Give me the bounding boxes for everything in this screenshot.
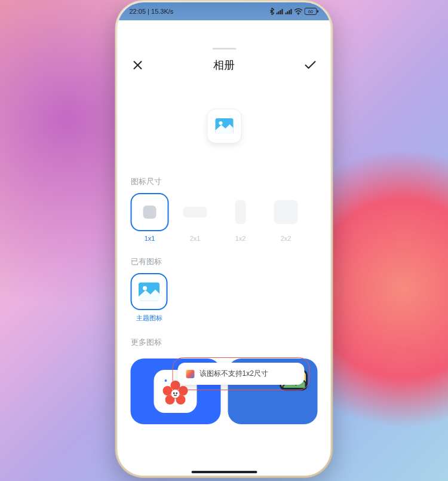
svg-rect-2 [280, 10, 281, 14]
svg-point-25 [165, 379, 167, 382]
svg-text:60: 60 [308, 10, 313, 14]
page-title: 相册 [213, 58, 235, 72]
size-option-1x2[interactable]: 1x2 [222, 193, 260, 242]
screen: 22:05 | 15.3K/s 60 相册 [118, 2, 331, 476]
svg-rect-10 [317, 10, 318, 13]
svg-rect-6 [289, 10, 290, 14]
signal-icon [277, 8, 284, 14]
svg-point-21 [163, 386, 173, 396]
battery-icon: 60 [305, 8, 319, 15]
size-option-1x1[interactable]: 1x1 [131, 193, 169, 242]
svg-point-24 [176, 393, 178, 394]
svg-point-13 [219, 121, 222, 125]
close-button[interactable] [131, 58, 145, 72]
more-icons [131, 359, 318, 424]
svg-rect-4 [286, 13, 287, 14]
flower-icon [160, 376, 191, 407]
close-icon [133, 60, 143, 71]
size-options: 1x1 2x1 1x2 2x2 [131, 193, 318, 242]
preview-tile [207, 109, 241, 143]
gallery-icon [137, 279, 162, 304]
existing-label: 已有图标 [131, 256, 318, 267]
status-time: 22:05 | 15.3K/s [130, 8, 174, 15]
more-label: 更多图标 [131, 337, 318, 348]
existing-icons: 主题图标 [131, 273, 318, 323]
bluetooth-icon [269, 8, 275, 15]
svg-point-26 [184, 381, 186, 383]
svg-point-22 [171, 390, 180, 398]
svg-point-18 [179, 386, 188, 396]
phone-frame: 22:05 | 15.3K/s 60 相册 [115, 0, 333, 478]
more-card-2[interactable] [228, 359, 318, 424]
home-indicator[interactable] [191, 471, 257, 473]
status-bar: 22:05 | 15.3K/s 60 [118, 2, 331, 20]
check-icon [305, 60, 317, 70]
svg-rect-5 [287, 11, 289, 14]
size-option-2x1[interactable]: 2x1 [176, 193, 214, 242]
wifi-icon [294, 8, 303, 15]
size-label: 图标尺寸 [131, 176, 318, 187]
svg-point-15 [143, 286, 147, 290]
svg-rect-0 [277, 13, 278, 14]
confirm-button[interactable] [303, 58, 318, 72]
signal-icon-2 [286, 8, 293, 14]
svg-point-23 [173, 393, 175, 394]
photo-badge-icon [280, 368, 308, 392]
svg-point-17 [171, 381, 180, 390]
svg-rect-3 [282, 9, 283, 14]
gallery-icon [213, 115, 235, 137]
svg-point-8 [298, 14, 299, 15]
existing-theme-icon[interactable]: 主题图标 [131, 273, 168, 323]
sheet-handle[interactable] [212, 48, 236, 50]
size-option-2x2[interactable]: 2x2 [267, 193, 305, 242]
svg-rect-1 [278, 11, 280, 14]
status-icons: 60 [269, 8, 319, 15]
svg-rect-7 [291, 9, 292, 14]
more-card-1[interactable] [131, 359, 221, 424]
icon-preview [131, 90, 318, 162]
svg-point-28 [287, 375, 291, 379]
sheet: 相册 图标尺寸 1x1 [118, 37, 331, 476]
titlebar: 相册 [131, 58, 318, 72]
